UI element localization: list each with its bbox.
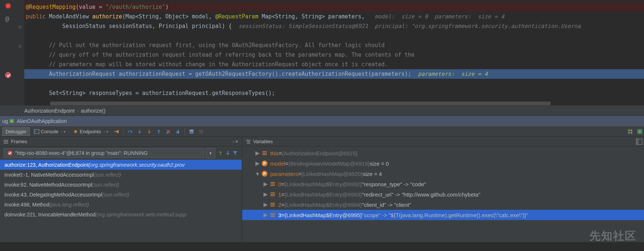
variables-panel[interactable]: ▶this = {AuthorizationEndpoint@6915}▶Pmo… bbox=[242, 146, 644, 242]
frames-icon bbox=[3, 139, 9, 145]
code-line: // Pull out the authorization request fi… bbox=[24, 40, 644, 50]
variable-row[interactable]: ▶1 = {LinkedHashMap$Entry@6993} "redirec… bbox=[242, 189, 644, 199]
dropdown-arrow-icon: →▾ bbox=[60, 130, 66, 134]
code-line-breakpoint: AuthorizationRequest authorizationReques… bbox=[24, 69, 644, 79]
breakpoint-icon[interactable] bbox=[5, 72, 11, 78]
code-editor[interactable]: @ ⊟ ⊟ @RequestMapping(value = "/oauth/au… bbox=[0, 0, 644, 105]
breadcrumb-class[interactable]: AuthorizationEndpoint bbox=[24, 108, 75, 114]
code-line: SessionStatus sessionStatus, Principal p… bbox=[24, 21, 644, 31]
fold-icon[interactable]: ⊟ bbox=[18, 44, 21, 48]
variable-row[interactable]: ▶3 = {LinkedHashMap$Entry@6995} "scope" … bbox=[242, 210, 644, 220]
fold-icon[interactable]: ⊟ bbox=[18, 25, 21, 29]
frames-panel[interactable]: "http-nio-8080-exec-4"@6,874 in group "m… bbox=[0, 146, 242, 242]
breadcrumb-method[interactable]: authorize() bbox=[81, 108, 106, 114]
dropdown-arrow-icon: →▾ bbox=[103, 130, 108, 134]
frames-list[interactable]: authorize:123, AuthorizationEndpoint (or… bbox=[0, 160, 242, 219]
stack-frame-item[interactable]: invoke:62, NativeMethodAccessorImpl (sun… bbox=[0, 180, 242, 190]
frames-panel-title: Frames →▾ bbox=[0, 137, 242, 146]
svg-rect-27 bbox=[262, 154, 267, 155]
thread-icon bbox=[7, 150, 13, 156]
code-line bbox=[24, 31, 644, 40]
svg-rect-37 bbox=[270, 213, 275, 214]
svg-point-0 bbox=[10, 119, 14, 123]
svg-rect-28 bbox=[270, 182, 275, 183]
svg-rect-23 bbox=[636, 139, 639, 145]
show-exec-point-button[interactable] bbox=[112, 127, 121, 136]
svg-rect-13 bbox=[630, 132, 632, 134]
svg-rect-25 bbox=[262, 151, 267, 152]
code-line: public ModelAndView authorize(Map<String… bbox=[24, 12, 644, 21]
thread-dropdown-button[interactable]: ▼ bbox=[206, 148, 215, 158]
svg-rect-34 bbox=[270, 203, 275, 204]
svg-rect-39 bbox=[270, 216, 275, 217]
stack-frame-item[interactable]: invoke:43, DelegatingMethodAccessorImpl … bbox=[0, 190, 242, 199]
svg-rect-8 bbox=[199, 131, 203, 132]
svg-rect-1 bbox=[34, 129, 39, 133]
svg-rect-10 bbox=[628, 129, 630, 131]
app-name: AlanOAuthApplication bbox=[17, 118, 67, 124]
endpoints-icon bbox=[73, 129, 78, 134]
debug-panels-body: "http-nio-8080-exec-4"@6,874 in group "m… bbox=[0, 146, 644, 242]
variable-row[interactable]: ▶2 = {LinkedHashMap$Entry@6994} "client_… bbox=[242, 199, 644, 210]
code-line bbox=[24, 79, 644, 88]
tab-console[interactable]: Console →▾ bbox=[31, 127, 69, 136]
svg-rect-15 bbox=[638, 130, 641, 133]
variable-row[interactable]: ▶0 = {LinkedHashMap$Entry@6992} "respons… bbox=[242, 179, 644, 189]
svg-rect-12 bbox=[628, 132, 630, 134]
variables-list[interactable]: ▶this = {AuthorizationEndpoint@6915}▶Pmo… bbox=[242, 148, 644, 220]
stack-frame-item[interactable]: authorize:123, AuthorizationEndpoint (or… bbox=[0, 160, 242, 170]
svg-rect-4 bbox=[177, 131, 177, 134]
variable-row[interactable]: ▶this = {AuthorizationEndpoint@6915} bbox=[242, 148, 644, 158]
code-line: Set<String> responseTypes = authorizatio… bbox=[24, 88, 644, 98]
drop-frame-button[interactable] bbox=[164, 127, 173, 136]
variables-icon bbox=[245, 139, 251, 145]
error-icon bbox=[5, 3, 11, 9]
svg-rect-32 bbox=[270, 194, 275, 195]
debug-panels-header: Frames →▾ Variables bbox=[0, 137, 644, 146]
svg-rect-31 bbox=[270, 192, 275, 193]
step-out-button[interactable] bbox=[155, 127, 163, 136]
step-into-button[interactable] bbox=[135, 127, 144, 136]
stack-frame-item[interactable]: invoke0:-1, NativeMethodAccessorImpl (su… bbox=[0, 170, 242, 180]
thread-selector-row: "http-nio-8080-exec-4"@6,874 in group "m… bbox=[0, 146, 242, 160]
breadcrumb: AuthorizationEndpoint › authorize() bbox=[0, 105, 644, 116]
restore-layout-icon[interactable] bbox=[636, 138, 643, 145]
filter-button[interactable] bbox=[232, 150, 238, 156]
next-frame-button[interactable] bbox=[225, 150, 231, 156]
debug-tool-window-header: ug AlanOAuthApplication bbox=[0, 116, 644, 126]
variable-row[interactable]: ▼Pparameters = {LinkedHashMap@6920} size… bbox=[242, 169, 644, 179]
svg-rect-20 bbox=[247, 141, 250, 142]
arrow-right-icon[interactable]: →▾ bbox=[231, 139, 238, 144]
variable-row[interactable]: ▶Pmodel = {BindingAwareModelMap@6919} si… bbox=[242, 158, 644, 169]
editor-gutter: @ ⊟ ⊟ bbox=[0, 0, 24, 105]
thread-selector[interactable]: "http-nio-8080-exec-4"@6,874 in group "m… bbox=[4, 148, 204, 158]
evaluate-expr-button[interactable] bbox=[187, 127, 196, 136]
horizontal-scrollbar[interactable] bbox=[50, 102, 551, 105]
bug-icon bbox=[9, 118, 15, 124]
svg-rect-19 bbox=[246, 140, 250, 141]
console-icon bbox=[34, 129, 39, 134]
trace-button[interactable] bbox=[197, 127, 206, 136]
svg-rect-18 bbox=[4, 143, 8, 144]
force-step-into-button[interactable] bbox=[145, 127, 154, 136]
pin-button[interactable] bbox=[635, 127, 644, 136]
debug-prefix: ug bbox=[2, 118, 8, 124]
svg-rect-6 bbox=[190, 130, 193, 131]
svg-rect-9 bbox=[199, 132, 203, 133]
stack-frame-item[interactable]: invoke:498, Method (java.lang.reflect) bbox=[0, 199, 242, 209]
step-over-button[interactable] bbox=[126, 127, 135, 136]
at-icon: @ bbox=[5, 15, 9, 22]
tab-debugger[interactable]: Debugger bbox=[2, 127, 30, 136]
debug-toolbar: Debugger Console →▾ Endpoints →▾ bbox=[0, 126, 644, 137]
run-to-cursor-button[interactable] bbox=[174, 127, 183, 136]
code-content[interactable]: @RequestMapping(value = "/oauth/authoriz… bbox=[24, 0, 644, 105]
settings-button[interactable] bbox=[626, 127, 634, 136]
svg-rect-38 bbox=[270, 215, 275, 215]
tab-endpoints[interactable]: Endpoints →▾ bbox=[70, 127, 112, 136]
variables-panel-title: Variables bbox=[242, 137, 644, 146]
svg-rect-7 bbox=[199, 130, 203, 130]
svg-rect-26 bbox=[262, 153, 267, 153]
prev-frame-button[interactable] bbox=[217, 150, 223, 156]
svg-rect-3 bbox=[118, 130, 118, 133]
stack-frame-item[interactable]: doInvoke:221, InvocableHandlerMethod (or… bbox=[0, 209, 242, 219]
